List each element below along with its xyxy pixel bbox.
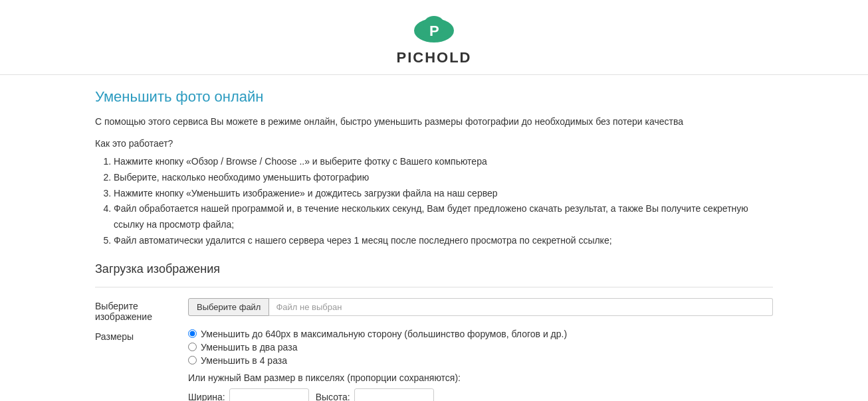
radio-quarter[interactable] <box>188 356 197 364</box>
radio-label-1: Уменьшить до 640px в максимальную сторон… <box>201 329 567 339</box>
step-5: Файл автоматически удалится с нашего сер… <box>114 233 773 249</box>
steps-list: Нажмите кнопку «Обзор / Browse / Choose … <box>114 154 773 249</box>
step-1: Нажмите кнопку «Обзор / Browse / Choose … <box>114 154 773 170</box>
file-label: Выберите изображение <box>95 298 188 322</box>
how-it-works-label: Как это работает? <box>95 138 773 149</box>
radio-option-1[interactable]: Уменьшить до 640px в максимальную сторон… <box>188 329 773 339</box>
step-4: Файл обработается нашей программой и, в … <box>114 201 773 233</box>
radio-option-3[interactable]: Уменьшить в 4 раза <box>188 355 773 366</box>
width-group: Ширина: <box>188 388 309 401</box>
radio-option-2[interactable]: Уменьшить в два раза <box>188 342 773 353</box>
width-label: Ширина: <box>188 392 225 401</box>
upload-section-title: Загрузка изображения <box>95 262 773 276</box>
size-options-row: Размеры Уменьшить до 640px в максимальну… <box>95 329 773 401</box>
custom-size-label: Или нужный Вам размер в пикселях (пропор… <box>188 372 773 383</box>
page-title: Уменьшить фото онлайн <box>95 88 773 106</box>
radio-label-3: Уменьшить в 4 раза <box>201 355 287 366</box>
size-label: Размеры <box>95 329 188 342</box>
file-name-display: Файл не выбран <box>269 298 773 316</box>
radio-640px[interactable] <box>188 329 197 338</box>
file-input-row: Выберите изображение Выберите файл Файл … <box>95 298 773 322</box>
radio-label-2: Уменьшить в два раза <box>201 342 297 353</box>
radio-half[interactable] <box>188 343 197 351</box>
logo-icon: P <box>411 12 457 46</box>
header: P PICHOLD <box>0 0 868 75</box>
radio-group: Уменьшить до 640px в максимальную сторон… <box>188 329 773 366</box>
width-input[interactable] <box>229 388 309 401</box>
upload-form: Выберите изображение Выберите файл Файл … <box>95 298 773 401</box>
choose-file-button[interactable]: Выберите файл <box>188 298 269 316</box>
divider-1 <box>95 287 773 287</box>
size-controls: Уменьшить до 640px в максимальную сторон… <box>188 329 773 401</box>
file-input-wrapper: Выберите файл Файл не выбран <box>188 298 773 316</box>
svg-text:P: P <box>429 23 439 39</box>
height-label: Высота: <box>316 392 350 401</box>
size-inputs: Ширина: Высота: <box>188 388 773 401</box>
intro-text: С помощью этого сервиса Вы можете в режи… <box>95 115 773 129</box>
logo: P PICHOLD <box>397 12 472 66</box>
step-3: Нажмите кнопку «Уменьшить изображение» и… <box>114 186 773 202</box>
height-input[interactable] <box>354 388 434 401</box>
height-group: Высота: <box>316 388 434 401</box>
step-2: Выберите, насколько необходимо уменьшить… <box>114 170 773 186</box>
file-controls: Выберите файл Файл не выбран <box>188 298 773 316</box>
logo-text: PICHOLD <box>397 49 472 66</box>
main-content: Уменьшить фото онлайн С помощью этого се… <box>68 75 800 401</box>
